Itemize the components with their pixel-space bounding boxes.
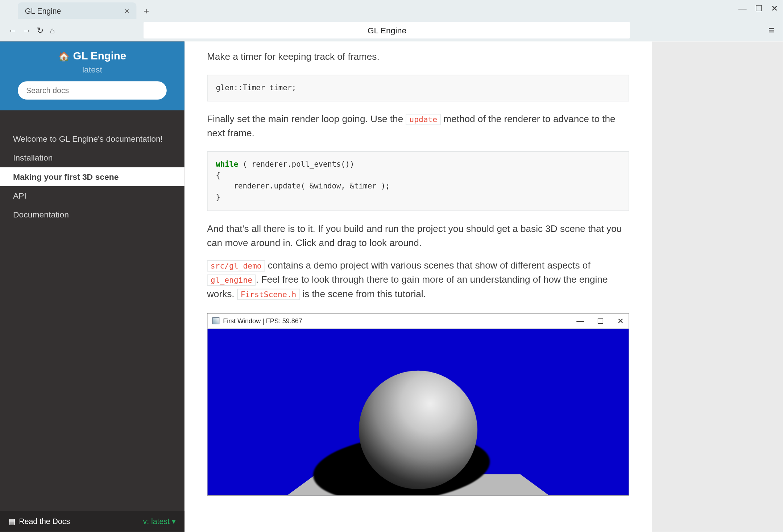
content-gutter — [652, 42, 783, 532]
minimize-icon: — — [576, 315, 584, 327]
close-tab-icon[interactable]: × — [124, 6, 129, 15]
sphere — [359, 370, 477, 489]
content-outer: Make a timer for keeping track of frames… — [185, 42, 783, 532]
browser-chrome: GL Engine × + — ☐ ✕ ← → ↻ ⌂ GL Engine ≡ — [0, 0, 783, 42]
inline-code: update — [406, 114, 441, 125]
reload-icon[interactable]: ↻ — [37, 25, 44, 35]
render-canvas — [208, 329, 629, 495]
code-text: ( renderer.poll_events()) { renderer.upd… — [216, 159, 390, 202]
version-selector[interactable]: v: latest ▾ — [143, 517, 176, 526]
tab-title: GL Engine — [25, 6, 61, 15]
inline-code: src/gl_demo — [207, 260, 265, 271]
sidebar-footer[interactable]: ▤ Read the Docs v: latest ▾ — [0, 511, 185, 532]
sidebar-title[interactable]: 🏠 GL Engine — [58, 50, 127, 62]
paragraph: src/gl_demo contains a demo project with… — [207, 258, 629, 301]
forward-icon[interactable]: → — [22, 25, 31, 35]
appwin-title-text: First Window | FPS: 59.867 — [223, 316, 302, 326]
code-block: glen::Timer timer; — [207, 75, 629, 101]
address-text: GL Engine — [368, 25, 406, 35]
code-keyword: while — [216, 159, 239, 169]
hamburger-menu-icon[interactable]: ≡ — [768, 24, 774, 36]
main-area: 🏠 GL Engine latest Welcome to GL Engine'… — [0, 42, 783, 532]
chevron-down-icon: ▾ — [172, 517, 176, 526]
minimize-icon[interactable]: — — [738, 4, 747, 13]
maximize-icon[interactable]: ☐ — [755, 4, 763, 13]
paragraph: Make a timer for keeping track of frames… — [207, 50, 629, 64]
sidebar-version: latest — [9, 65, 175, 74]
book-icon: ▤ — [8, 517, 16, 526]
sidebar-item-welcome[interactable]: Welcome to GL Engine's documentation! — [0, 129, 185, 148]
embedded-app-window: First Window | FPS: 59.867 — ☐ ✕ — [207, 313, 629, 495]
sidebar: 🏠 GL Engine latest Welcome to GL Engine'… — [0, 42, 185, 532]
inline-code: gl_engine — [207, 274, 256, 286]
appwin-controls: — ☐ ✕ — [576, 315, 624, 327]
close-icon: ✕ — [617, 315, 624, 327]
inline-code: FirstScene.h — [237, 288, 300, 300]
sidebar-item-first-scene[interactable]: Making your first 3D scene — [0, 167, 185, 186]
version-label: v: latest — [143, 517, 170, 526]
browser-tab[interactable]: GL Engine × — [18, 3, 136, 19]
sidebar-item-documentation[interactable]: Documentation — [0, 205, 185, 224]
nav-buttons: ← → ↻ ⌂ — [8, 25, 55, 35]
sidebar-nav: Welcome to GL Engine's documentation! In… — [0, 129, 185, 224]
back-icon[interactable]: ← — [8, 25, 17, 35]
home-icon[interactable]: ⌂ — [50, 25, 55, 35]
app-icon — [212, 317, 220, 325]
window-controls: — ☐ ✕ — [738, 4, 778, 13]
close-window-icon[interactable]: ✕ — [771, 4, 778, 13]
paragraph: Finally set the main render loop going. … — [207, 112, 629, 141]
address-bar[interactable]: GL Engine — [144, 22, 630, 39]
appwin-titlebar: First Window | FPS: 59.867 — ☐ ✕ — [208, 313, 629, 329]
sidebar-item-api[interactable]: API — [0, 186, 185, 205]
sidebar-header: 🏠 GL Engine latest — [0, 42, 185, 111]
code-block: while ( renderer.poll_events()) { render… — [207, 151, 629, 211]
sidebar-title-text: GL Engine — [73, 50, 126, 62]
read-the-docs-link[interactable]: ▤ Read the Docs — [8, 517, 70, 526]
search-input[interactable] — [18, 81, 167, 100]
paragraph: And that's all there is to it. If you bu… — [207, 221, 629, 250]
doc-content: Make a timer for keeping track of frames… — [185, 42, 652, 532]
code-text: glen::Timer timer; — [216, 83, 297, 92]
browser-toolbar: ← → ↻ ⌂ GL Engine ≡ — [0, 19, 783, 41]
maximize-icon: ☐ — [597, 315, 604, 327]
sidebar-search — [18, 81, 167, 100]
tab-bar: GL Engine × + — [0, 0, 783, 19]
rtd-label: Read the Docs — [19, 517, 70, 526]
sidebar-item-installation[interactable]: Installation — [0, 148, 185, 167]
new-tab-button[interactable]: + — [139, 4, 154, 19]
home-icon: 🏠 — [58, 51, 70, 61]
